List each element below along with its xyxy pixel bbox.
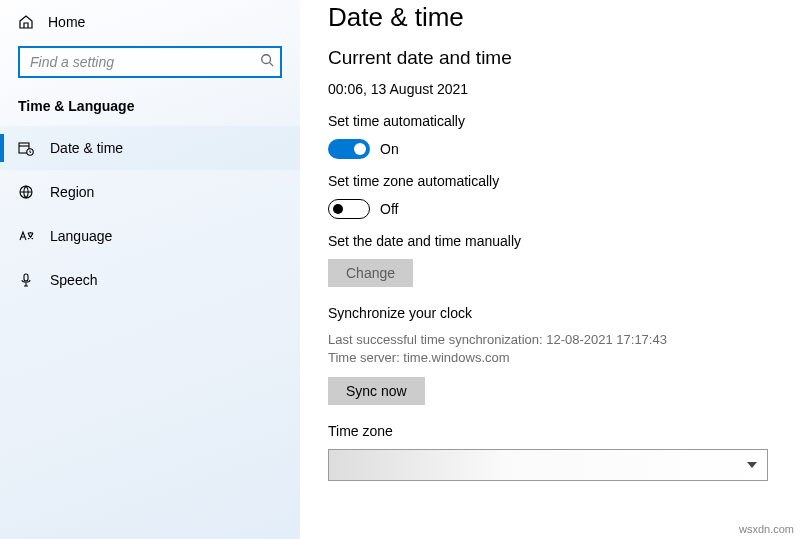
sync-server-line: Time server: time.windows.com [328, 349, 780, 367]
timezone-heading: Time zone [328, 423, 780, 439]
timezone-select[interactable] [328, 449, 768, 481]
globe-icon [18, 184, 34, 200]
current-datetime-value: 00:06, 13 August 2021 [328, 81, 780, 97]
manual-label: Set the date and time manually [328, 233, 780, 249]
page-title: Date & time [328, 2, 780, 33]
search-box[interactable] [18, 46, 282, 78]
set-time-auto-state: On [380, 141, 399, 157]
watermark: wsxdn.com [739, 523, 794, 535]
home-label: Home [48, 14, 85, 30]
microphone-icon [18, 272, 34, 288]
section-current-heading: Current date and time [328, 47, 780, 69]
set-time-auto-label: Set time automatically [328, 113, 780, 129]
main-panel: Date & time Current date and time 00:06,… [300, 0, 800, 539]
sync-heading: Synchronize your clock [328, 305, 780, 321]
nav-label: Language [50, 228, 112, 244]
nav-item-region[interactable]: Region [0, 170, 300, 214]
svg-point-0 [262, 55, 271, 64]
sync-now-button[interactable]: Sync now [328, 377, 425, 405]
set-time-auto-toggle[interactable] [328, 139, 370, 159]
search-icon [260, 53, 274, 70]
nav-list: Date & time Region Language Speech [0, 126, 300, 302]
set-tz-auto-label: Set time zone automatically [328, 173, 780, 189]
set-tz-auto-state: Off [380, 201, 398, 217]
sync-info: Last successful time synchronization: 12… [328, 331, 780, 367]
category-heading: Time & Language [0, 78, 300, 126]
search-input[interactable] [18, 46, 282, 78]
change-button: Change [328, 259, 413, 287]
nav-label: Date & time [50, 140, 123, 156]
svg-rect-4 [24, 274, 28, 281]
calendar-clock-icon [18, 140, 34, 156]
home-icon [18, 14, 34, 30]
nav-item-date-time[interactable]: Date & time [0, 126, 300, 170]
set-tz-auto-toggle[interactable] [328, 199, 370, 219]
nav-label: Speech [50, 272, 97, 288]
sidebar: Home Time & Language Date & time Region … [0, 0, 300, 539]
nav-label: Region [50, 184, 94, 200]
language-icon [18, 228, 34, 244]
nav-item-language[interactable]: Language [0, 214, 300, 258]
home-link[interactable]: Home [0, 4, 300, 40]
nav-item-speech[interactable]: Speech [0, 258, 300, 302]
sync-last-line: Last successful time synchronization: 12… [328, 331, 780, 349]
